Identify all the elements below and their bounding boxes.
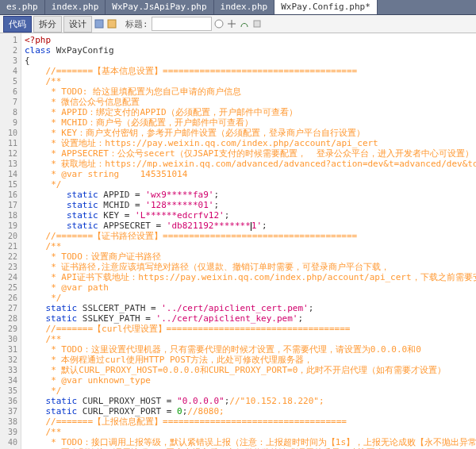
toolbar-icon[interactable] [213, 18, 225, 29]
code-line[interactable]: static KEY = 'L******edcrfv12'; [25, 210, 473, 221]
code-line[interactable]: /** [25, 334, 473, 344]
code-line[interactable]: //=======【curl代理设置】=====================… [25, 324, 473, 334]
code-line[interactable]: class WxPayConfig [25, 45, 473, 56]
code-line[interactable]: static APPSECRET = 'db821192*******1'; [25, 221, 473, 231]
file-tab[interactable]: index.php [45, 0, 106, 14]
code-view-btn[interactable]: 代码 [3, 16, 32, 33]
design-view-btn[interactable]: 设计 [63, 16, 92, 33]
toolbar-icon[interactable] [226, 18, 237, 29]
code-line[interactable]: * APPID：绑定支付的APPID（必须配置，开户邮件中可查看） [25, 107, 473, 117]
code-line[interactable]: { [25, 56, 473, 66]
code-line[interactable]: //=======【基本信息设置】=======================… [25, 66, 473, 76]
code-line[interactable]: //=======【上报信息配置】=======================… [25, 416, 473, 427]
file-tab[interactable]: es.php [0, 0, 45, 14]
toolbar-icon[interactable] [106, 18, 117, 29]
code-line[interactable]: static CURL_PROXY_PORT = 0;//8080; [25, 406, 473, 416]
code-editor[interactable]: <?phpclass WxPayConfig{ //=======【基本信息设置… [21, 33, 476, 449]
code-line[interactable]: static SSLKEY_PATH = '../cert/apiclient_… [25, 313, 473, 324]
code-line[interactable]: * API证书下载地址：https://pay.weixin.qq.com/in… [25, 272, 473, 282]
code-line[interactable]: /** [25, 427, 473, 437]
code-line[interactable]: * KEY：商户支付密钥，参考开户邮件设置（必须配置，登录商户平台自行设置） [25, 128, 473, 138]
toolbar-icon[interactable] [94, 18, 105, 29]
title-label: 标题: [125, 18, 148, 30]
code-line[interactable]: * 本例程通过curl使用HTTP POST方法，此处可修改代理服务器， [25, 355, 473, 365]
code-line[interactable]: * APPSECRET：公众号secert（仅JSAPI支付的时候需要配置， 登… [25, 148, 473, 159]
code-line[interactable]: static MCHID = '128******01'; [25, 200, 473, 210]
code-line[interactable]: static APPID = 'wx9*****fa9'; [25, 190, 473, 200]
code-line[interactable]: //=======【证书路径设置】=======================… [25, 231, 473, 241]
toolbar-icon[interactable] [251, 18, 263, 29]
split-view-btn[interactable]: 拆分 [33, 16, 62, 33]
svg-rect-1 [108, 20, 116, 28]
file-tab[interactable]: WxPay.Config.php* [274, 0, 378, 14]
code-line[interactable]: * TODO: 给这里填配置为您自己申请的商户信息 [25, 86, 473, 97]
svg-rect-3 [254, 21, 260, 27]
code-line[interactable]: */ [25, 179, 473, 190]
code-line[interactable]: */ [25, 293, 473, 303]
code-line[interactable]: * @var string 145351014 [25, 169, 473, 179]
code-line[interactable]: /** [25, 241, 473, 251]
code-line[interactable]: * 设置地址：https://pay.weixin.qq.com/index.p… [25, 138, 473, 148]
view-toolbar: 代码 拆分 设计 标题: [0, 15, 476, 33]
line-gutter: 1234567891011121314151617181920212223242… [0, 33, 21, 449]
code-line[interactable]: /** [25, 76, 473, 86]
code-line[interactable]: * TODO：接口调用上报等级，默认紧错误上报（注意：上报超时时间为【1s】，上… [25, 437, 473, 447]
code-line[interactable]: * TODO：这里设置代理机器，只有需要代理的时候才设置，不需要代理，请设置为0… [25, 344, 473, 355]
code-line[interactable]: * @var unknown_type [25, 375, 473, 386]
svg-point-2 [215, 20, 223, 28]
code-line[interactable]: * 获取地址：https://mp.weixin.qq.com/advanced… [25, 159, 473, 169]
code-line[interactable]: * 证书路径,注意应该填写绝对路径（仅退款、撤销订单时需要，可登录商户平台下载， [25, 262, 473, 272]
title-input[interactable] [152, 17, 212, 31]
toolbar-icon[interactable] [239, 18, 250, 29]
code-line[interactable]: static CURL_PROXY_HOST = "0.0.0.0";//"10… [25, 396, 473, 406]
code-line[interactable]: <?php [25, 35, 473, 45]
file-tab[interactable]: WxPay.JsApiPay.php [106, 0, 213, 14]
svg-rect-0 [95, 20, 103, 28]
code-line[interactable]: static SSLCERT_PATH = '../cert/apiclient… [25, 303, 473, 313]
code-line[interactable]: * 微信公众号信息配置 [25, 97, 473, 107]
code-line[interactable]: * TODO：设置商户证书路径 [25, 251, 473, 262]
code-line[interactable]: */ [25, 386, 473, 396]
file-tab[interactable]: index.php [214, 0, 275, 14]
code-line[interactable]: * MCHID：商户号（必须配置，开户邮件中可查看） [25, 117, 473, 128]
file-tabs: es.phpindex.phpWxPay.JsApiPay.phpindex.p… [0, 0, 476, 15]
code-line[interactable]: * @var path [25, 282, 473, 293]
code-line[interactable]: * 默认CURL_PROXY_HOST=0.0.0.0和CURL_PROXY_P… [25, 365, 473, 375]
